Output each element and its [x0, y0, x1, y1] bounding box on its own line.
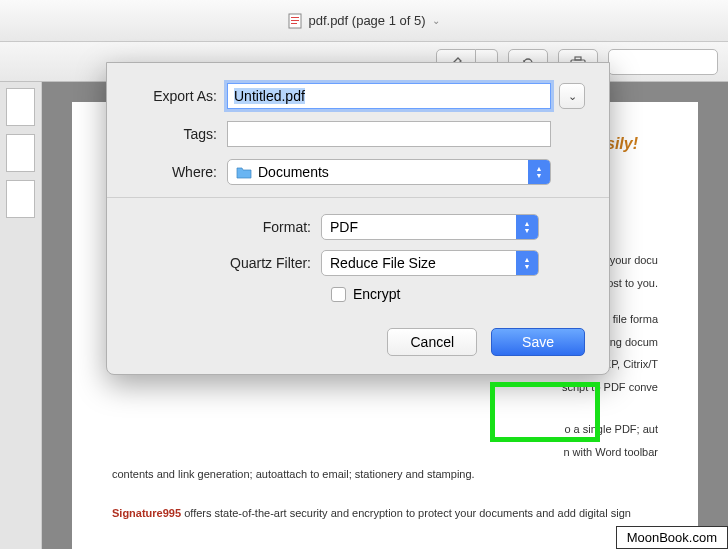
export-as-field[interactable]: Untitled.pdf — [227, 83, 551, 109]
svg-rect-2 — [291, 20, 299, 21]
encrypt-row: Encrypt — [331, 286, 585, 302]
document-title: pdf.pdf (page 1 of 5) — [308, 13, 425, 28]
pdf-text: Signature995 offers state-of-the-art sec… — [112, 505, 658, 522]
popup-arrows-icon: ▲▼ — [516, 251, 538, 275]
where-value: Documents — [258, 164, 329, 180]
page-thumbnail[interactable] — [6, 134, 35, 172]
encrypt-checkbox[interactable] — [331, 287, 346, 302]
pdf-text: script to PDF conve — [112, 379, 658, 396]
divider — [107, 197, 609, 198]
cancel-button[interactable]: Cancel — [387, 328, 477, 356]
format-label: Format: — [131, 219, 321, 235]
tags-row: Tags: — [131, 121, 585, 147]
folder-icon — [236, 166, 252, 179]
watermark: MoonBook.com — [616, 526, 728, 549]
search-field[interactable] — [608, 49, 718, 75]
quartz-filter-popup[interactable]: Reduce File Size ▲▼ — [321, 250, 539, 276]
export-dialog: Export As: Untitled.pdf ⌄ Tags: Where: D… — [106, 62, 610, 375]
format-popup[interactable]: PDF ▲▼ — [321, 214, 539, 240]
svg-rect-5 — [575, 57, 581, 60]
pdf-bold-text: Signature995 — [112, 507, 181, 519]
pdf-text: contents and link generation; autoattach… — [112, 466, 658, 483]
pdf-text: o a single PDF; aut — [112, 421, 658, 438]
save-button[interactable]: Save — [491, 328, 585, 356]
encrypt-label: Encrypt — [353, 286, 400, 302]
where-row: Where: Documents ▲▼ — [131, 159, 585, 185]
where-label: Where: — [131, 164, 227, 180]
title-chevron-icon[interactable]: ⌄ — [432, 15, 440, 26]
popup-arrows-icon: ▲▼ — [528, 160, 550, 184]
export-as-value: Untitled.pdf — [234, 88, 305, 104]
quartz-filter-row: Quartz Filter: Reduce File Size ▲▼ — [131, 250, 585, 276]
popup-arrows-icon: ▲▼ — [516, 215, 538, 239]
dialog-button-row: Cancel Save — [131, 328, 585, 356]
format-value: PDF — [330, 219, 358, 235]
format-row: Format: PDF ▲▼ — [131, 214, 585, 240]
quartz-filter-value: Reduce File Size — [330, 255, 436, 271]
svg-rect-3 — [291, 23, 297, 24]
window-titlebar: pdf.pdf (page 1 of 5) ⌄ — [0, 0, 728, 42]
expand-button[interactable]: ⌄ — [559, 83, 585, 109]
thumbnail-sidebar — [0, 82, 42, 549]
page-thumbnail[interactable] — [6, 88, 35, 126]
svg-rect-1 — [291, 17, 299, 18]
export-as-label: Export As: — [131, 88, 227, 104]
chevron-down-icon: ⌄ — [568, 90, 577, 103]
export-as-row: Export As: Untitled.pdf ⌄ — [131, 83, 585, 109]
pdf-text: n with Word toolbar — [112, 444, 658, 461]
tags-label: Tags: — [131, 126, 227, 142]
document-icon — [288, 13, 302, 29]
quartz-filter-label: Quartz Filter: — [131, 255, 321, 271]
page-thumbnail[interactable] — [6, 180, 35, 218]
where-popup[interactable]: Documents ▲▼ — [227, 159, 551, 185]
tags-field[interactable] — [227, 121, 551, 147]
